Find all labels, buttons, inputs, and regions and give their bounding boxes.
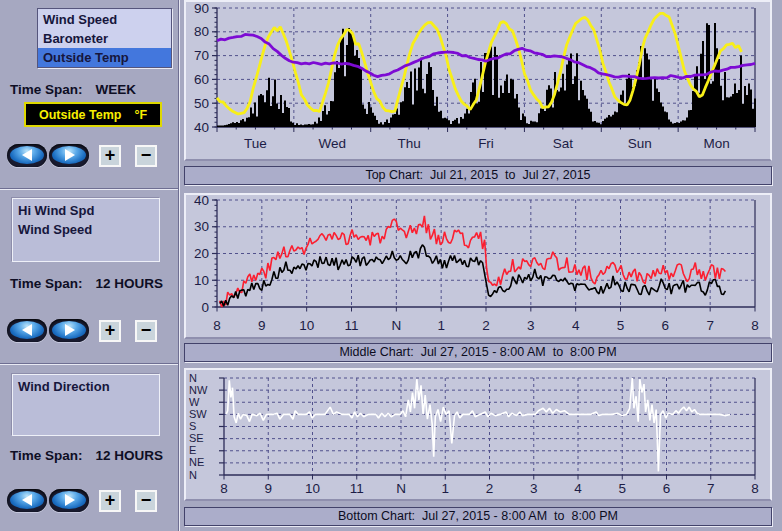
series-option-wind-speed[interactable]: Wind Speed: [13, 220, 159, 239]
svg-text:Tue: Tue: [244, 136, 267, 151]
top-time-span: Time Span: WEEK: [10, 82, 175, 97]
svg-text:2: 2: [482, 318, 490, 333]
svg-text:SW: SW: [189, 408, 207, 420]
svg-text:60: 60: [194, 72, 209, 87]
svg-text:10: 10: [305, 481, 320, 496]
svg-text:S: S: [189, 420, 196, 432]
arrow-left-icon: [10, 321, 44, 339]
bottom-chart-plot: NNWWSWSSEENEN891011N12345678: [186, 370, 770, 499]
svg-text:10: 10: [194, 273, 209, 288]
svg-text:8: 8: [220, 481, 228, 496]
svg-text:6: 6: [663, 481, 671, 496]
top-scroll-right-button[interactable]: [49, 144, 89, 167]
svg-text:30: 30: [194, 219, 209, 234]
svg-text:Mon: Mon: [703, 136, 729, 151]
svg-text:4: 4: [574, 481, 582, 496]
middle-chart-series-listbox[interactable]: Hi Wind Spd Wind Speed: [12, 198, 160, 262]
svg-text:11: 11: [344, 318, 358, 333]
svg-text:Thu: Thu: [398, 136, 421, 151]
svg-text:40: 40: [194, 120, 209, 135]
svg-text:20: 20: [194, 246, 209, 261]
svg-text:7: 7: [707, 481, 715, 496]
svg-text:3: 3: [527, 318, 535, 333]
series-option-hi-wind-spd[interactable]: Hi Wind Spd: [13, 201, 159, 220]
arrow-right-icon: [52, 146, 86, 164]
svg-text:90: 90: [194, 2, 209, 16]
svg-text:6: 6: [662, 318, 670, 333]
middle-scroll-right-button[interactable]: [49, 319, 89, 342]
minus-icon: −: [141, 145, 152, 165]
svg-text:Wed: Wed: [319, 136, 347, 151]
time-span-value: 12 HOURS: [96, 276, 164, 291]
svg-text:4: 4: [572, 318, 580, 333]
middle-chart-panel: 010203040891011N12345678: [184, 193, 772, 339]
bottom-zoom-in-button[interactable]: +: [99, 490, 121, 512]
top-scroll-left-button[interactable]: [7, 144, 47, 167]
svg-text:8: 8: [751, 481, 759, 496]
sidebar-chart-divider: [178, 0, 179, 531]
middle-time-span: Time Span: 12 HOURS: [10, 276, 175, 291]
svg-text:N: N: [189, 469, 197, 481]
svg-text:Sat: Sat: [553, 136, 574, 151]
svg-text:N: N: [189, 372, 197, 384]
top-zoom-out-button[interactable]: −: [135, 145, 157, 167]
series-option-barometer[interactable]: Barometer: [38, 29, 171, 48]
sidebar-divider: [0, 188, 178, 189]
svg-text:11: 11: [350, 481, 364, 496]
svg-text:E: E: [189, 444, 196, 456]
arrow-left-icon: [10, 146, 44, 164]
legend-series-name: Outside Temp: [39, 108, 121, 122]
middle-zoom-out-button[interactable]: −: [135, 320, 157, 342]
svg-text:SE: SE: [189, 432, 204, 444]
time-span-label: Time Span:: [10, 448, 83, 463]
svg-text:10: 10: [299, 318, 314, 333]
svg-text:W: W: [189, 396, 200, 408]
svg-text:NW: NW: [189, 384, 208, 396]
bottom-chart-series-listbox[interactable]: Wind Direction: [12, 374, 160, 436]
svg-text:NE: NE: [189, 456, 204, 468]
series-option-wind-direction[interactable]: Wind Direction: [13, 377, 159, 396]
series-option-wind-speed[interactable]: Wind Speed: [38, 10, 171, 29]
svg-text:40: 40: [194, 195, 209, 208]
svg-text:9: 9: [258, 318, 266, 333]
middle-chart-caption: Middle Chart: Jul 27, 2015 - 8:00 AM to …: [184, 343, 772, 362]
top-chart-series-listbox[interactable]: Wind Speed Barometer Outside Temp: [37, 8, 172, 68]
time-span-label: Time Span:: [10, 276, 83, 291]
plus-icon: +: [105, 145, 116, 165]
top-chart-caption: Top Chart: Jul 21, 2015 to Jul 27, 2015: [184, 166, 772, 185]
minus-icon: −: [141, 320, 152, 340]
top-zoom-in-button[interactable]: +: [99, 145, 121, 167]
minus-icon: −: [141, 490, 152, 510]
sidebar-divider: [0, 363, 178, 364]
arrow-right-icon: [52, 491, 86, 509]
svg-text:1: 1: [441, 481, 449, 496]
time-span-value: 12 HOURS: [96, 448, 164, 463]
bottom-scroll-right-button[interactable]: [49, 489, 89, 512]
top-chart-plot: 405060708090TueWedThuFriSatSunMon: [186, 2, 770, 159]
svg-text:5: 5: [618, 481, 626, 496]
bottom-chart-panel: NNWWSWSSEENEN891011N12345678: [184, 368, 772, 501]
svg-text:70: 70: [194, 48, 209, 63]
active-series-legend: Outside Temp °F: [24, 102, 162, 127]
arrow-right-icon: [52, 321, 86, 339]
svg-text:Fri: Fri: [478, 136, 494, 151]
svg-text:1: 1: [437, 318, 445, 333]
time-span-value: WEEK: [96, 82, 137, 97]
bottom-zoom-out-button[interactable]: −: [135, 490, 157, 512]
plus-icon: +: [105, 490, 116, 510]
bottom-scroll-left-button[interactable]: [7, 489, 47, 512]
bottom-time-span: Time Span: 12 HOURS: [10, 448, 175, 463]
svg-text:9: 9: [264, 481, 272, 496]
svg-text:0: 0: [201, 300, 209, 315]
middle-zoom-in-button[interactable]: +: [99, 320, 121, 342]
plus-icon: +: [105, 320, 116, 340]
middle-scroll-left-button[interactable]: [7, 319, 47, 342]
svg-text:8: 8: [213, 318, 221, 333]
svg-text:2: 2: [486, 481, 494, 496]
svg-text:8: 8: [751, 318, 759, 333]
legend-unit: °F: [134, 108, 147, 122]
time-span-label: Time Span:: [10, 82, 83, 97]
series-option-outside-temp[interactable]: Outside Temp: [38, 48, 171, 67]
middle-chart-plot: 010203040891011N12345678: [186, 195, 770, 337]
svg-text:3: 3: [530, 481, 538, 496]
